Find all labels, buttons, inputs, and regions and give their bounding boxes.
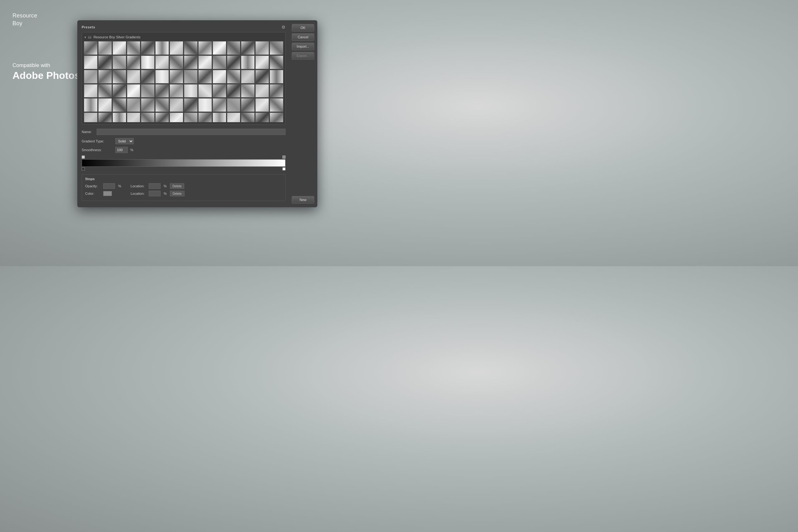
gradient-swatch[interactable]: [213, 98, 226, 112]
gradient-swatch[interactable]: [184, 41, 197, 55]
gradient-swatch[interactable]: [241, 56, 255, 69]
gradient-swatch[interactable]: [227, 70, 241, 83]
gradient-swatch[interactable]: [155, 113, 169, 122]
gradient-swatch[interactable]: [213, 84, 226, 98]
gradient-swatch[interactable]: [184, 84, 197, 98]
import-button[interactable]: Import...: [292, 43, 314, 50]
gradient-swatch[interactable]: [255, 98, 269, 112]
gradient-swatch[interactable]: [113, 84, 126, 98]
gradient-swatch[interactable]: [155, 70, 169, 83]
gradient-swatch[interactable]: [227, 56, 241, 69]
gradient-type-select[interactable]: Solid Noise: [115, 138, 134, 144]
gradient-swatch[interactable]: [113, 113, 126, 122]
new-button[interactable]: New: [292, 196, 314, 204]
gradient-swatch[interactable]: [84, 84, 98, 98]
gradient-swatch[interactable]: [98, 56, 112, 69]
gradient-swatch[interactable]: [270, 113, 283, 122]
gradient-swatch[interactable]: [255, 70, 269, 83]
gradient-swatch[interactable]: [170, 113, 183, 122]
gradient-swatch[interactable]: [213, 56, 226, 69]
color-location-input[interactable]: [149, 191, 160, 196]
gradient-swatch[interactable]: [227, 41, 241, 55]
gradient-swatch[interactable]: [84, 70, 98, 83]
gradient-swatch[interactable]: [184, 98, 197, 112]
gradient-swatch[interactable]: [255, 56, 269, 69]
gradient-swatch[interactable]: [127, 56, 140, 69]
gradient-swatch[interactable]: [270, 98, 283, 112]
gradient-swatch[interactable]: [84, 41, 98, 55]
gradient-swatch[interactable]: [227, 113, 241, 122]
gradient-swatch[interactable]: [198, 56, 212, 69]
cancel-button[interactable]: Cancel: [292, 33, 314, 41]
gradient-swatch[interactable]: [84, 113, 98, 122]
gradient-swatch[interactable]: [84, 56, 98, 69]
gradient-swatch[interactable]: [127, 70, 140, 83]
gradient-swatch[interactable]: [98, 41, 112, 55]
gradient-swatch[interactable]: [170, 70, 183, 83]
gradient-swatch[interactable]: [127, 98, 140, 112]
gradient-swatch[interactable]: [213, 70, 226, 83]
gradient-swatch[interactable]: [155, 84, 169, 98]
chevron-down-icon[interactable]: ▾: [84, 36, 86, 39]
gradient-swatch[interactable]: [113, 70, 126, 83]
gradient-swatch[interactable]: [141, 113, 155, 122]
gradient-swatch[interactable]: [170, 41, 183, 55]
gradient-bar[interactable]: [82, 159, 286, 167]
gradient-swatch[interactable]: [198, 70, 212, 83]
gradient-swatch[interactable]: [198, 113, 212, 122]
gradient-swatch[interactable]: [270, 70, 283, 83]
color-delete-button[interactable]: Delete: [170, 191, 185, 196]
gradient-swatch[interactable]: [127, 41, 140, 55]
gradient-swatch[interactable]: [198, 41, 212, 55]
gradient-swatch[interactable]: [241, 84, 255, 98]
gradient-swatch[interactable]: [198, 84, 212, 98]
gear-icon[interactable]: ⚙: [282, 25, 286, 30]
gradient-swatch[interactable]: [198, 98, 212, 112]
gradient-swatch[interactable]: [98, 70, 112, 83]
opacity-delete-button[interactable]: Delete: [170, 183, 185, 189]
smoothness-input[interactable]: [115, 147, 128, 153]
gradient-swatch[interactable]: [270, 41, 283, 55]
gradient-swatch[interactable]: [255, 84, 269, 98]
opacity-stop-right[interactable]: [282, 155, 286, 159]
color-swatch[interactable]: [103, 191, 112, 196]
gradient-swatch[interactable]: [227, 98, 241, 112]
gradient-swatch[interactable]: [113, 56, 126, 69]
gradient-swatch[interactable]: [270, 56, 283, 69]
gradient-swatch[interactable]: [113, 41, 126, 55]
gradient-swatch[interactable]: [241, 41, 255, 55]
gradient-swatch[interactable]: [184, 113, 197, 122]
gradient-swatch[interactable]: [155, 41, 169, 55]
gradient-swatch[interactable]: [213, 113, 226, 122]
gradient-swatch[interactable]: [141, 98, 155, 112]
gradient-swatch[interactable]: [255, 113, 269, 122]
color-stop-left[interactable]: [82, 167, 85, 170]
gradient-swatch[interactable]: [127, 84, 140, 98]
gradient-swatch[interactable]: [113, 98, 126, 112]
gradient-swatch[interactable]: [98, 84, 112, 98]
color-stop-right[interactable]: [282, 167, 286, 170]
gradient-swatch[interactable]: [213, 41, 226, 55]
opacity-location-input[interactable]: [149, 183, 160, 189]
gradient-swatch[interactable]: [98, 113, 112, 122]
export-button[interactable]: Export...: [292, 52, 314, 59]
gradient-swatch[interactable]: [141, 41, 155, 55]
gradient-swatch[interactable]: [141, 70, 155, 83]
gradient-swatch[interactable]: [98, 98, 112, 112]
gradient-swatch[interactable]: [155, 56, 169, 69]
gradient-swatch[interactable]: [241, 70, 255, 83]
gradient-swatch[interactable]: [127, 113, 140, 122]
gradient-swatch[interactable]: [170, 84, 183, 98]
gradient-swatch[interactable]: [170, 98, 183, 112]
gradient-swatch[interactable]: [270, 84, 283, 98]
gradient-swatch[interactable]: [241, 113, 255, 122]
gradient-swatch[interactable]: [141, 56, 155, 69]
gradient-swatch[interactable]: [227, 84, 241, 98]
opacity-value-input[interactable]: [103, 183, 115, 189]
gradient-swatch[interactable]: [84, 98, 98, 112]
gradient-swatch[interactable]: [255, 41, 269, 55]
name-input[interactable]: [97, 129, 286, 135]
gradient-swatch[interactable]: [184, 56, 197, 69]
gradient-swatch[interactable]: [170, 56, 183, 69]
gradient-swatch[interactable]: [241, 98, 255, 112]
